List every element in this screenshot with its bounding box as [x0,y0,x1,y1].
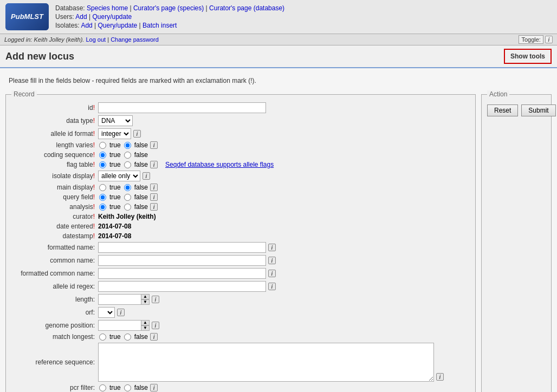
pcr-filter-false-radio[interactable] [124,384,131,391]
action-legend: Action [487,90,509,98]
query-field-false-radio[interactable] [124,194,131,201]
formatted-common-name-label: formatted common name: [11,270,98,277]
isolates-add-link[interactable]: Add [81,22,92,29]
length-input[interactable] [98,294,141,305]
coding-sequence-control: true false [98,151,148,159]
main-display-row: main display! true false i [11,184,470,191]
data-type-row: data type! DNA peptide [11,115,470,126]
genome-position-decrement-button[interactable]: ▼ [141,325,150,331]
genome-position-info-icon[interactable]: i [152,322,159,329]
pubmlst-logo: PubMLST [5,3,49,30]
formatted-common-name-info-icon[interactable]: i [268,270,276,277]
isolates-query-link[interactable]: Query/update [98,22,138,29]
orf-select[interactable]: 1 2 3 [98,307,115,318]
users-query-link[interactable]: Query/update [93,13,132,21]
coding-sequence-false-radio[interactable] [124,152,131,159]
coding-sequence-true-radio[interactable] [99,152,106,159]
match-longest-row: match longest: true false i [11,333,470,341]
common-name-input[interactable] [98,255,266,266]
genome-position-increment-button[interactable]: ▲ [141,320,150,325]
toggle-info-icon[interactable]: i [545,36,553,43]
flag-table-true-radio[interactable] [99,161,106,168]
curators-page-database-link[interactable]: Curator's page (database) [209,4,284,12]
query-field-control: true false i [98,193,158,201]
genome-position-input[interactable] [98,320,141,331]
match-longest-true-label: true [109,333,121,341]
allele-id-regex-control: i [98,281,276,292]
date-entered-value: 2014-07-08 [98,223,131,230]
allele-id-regex-input[interactable] [98,281,266,292]
analysis-false-label: false [134,203,148,211]
main-content: Please fill in the fields below - requir… [0,68,557,392]
analysis-false-radio[interactable] [124,204,131,211]
analysis-label: analysis! [11,203,98,211]
common-name-row: common name: i [11,255,470,266]
isolates-batch-link[interactable]: Batch insert [143,22,177,29]
reference-sequence-textarea[interactable] [98,343,434,382]
match-longest-false-radio[interactable] [124,334,131,341]
flag-table-row: flag table! true false i Seqdef database… [11,161,470,168]
length-increment-button[interactable]: ▲ [141,294,150,299]
main-display-false-radio[interactable] [124,184,131,191]
species-home-link[interactable]: Species home [87,4,128,12]
show-tools-button[interactable]: Show tools [504,49,552,64]
analysis-info-icon[interactable]: i [150,203,158,211]
analysis-true-radio[interactable] [99,204,106,211]
allele-id-format-row: allele id format! integer text i [11,128,470,139]
length-varies-info-icon[interactable]: i [150,141,158,149]
logout-link[interactable]: Log out [86,36,106,43]
change-password-link[interactable]: Change password [111,36,159,43]
logo-text: PubMLST [11,12,43,21]
match-longest-true-radio[interactable] [99,334,106,341]
pcr-filter-true-radio[interactable] [99,384,106,391]
length-varies-true-label: true [109,141,121,149]
length-info-icon[interactable]: i [152,296,159,303]
date-entered-row: date entered! 2014-07-08 [11,223,470,230]
flag-table-info-icon[interactable]: i [150,161,158,168]
data-type-select[interactable]: DNA peptide [98,115,133,126]
query-field-info-icon[interactable]: i [150,193,158,201]
main-display-true-label: true [109,184,121,191]
pcr-filter-true-label: true [109,384,121,391]
length-varies-false-radio[interactable] [124,142,131,149]
length-control: ▲ ▼ i [98,294,159,305]
pcr-filter-false-label: false [134,384,148,391]
datestamp-label: datestamp! [11,232,98,240]
match-longest-info-icon[interactable]: i [150,333,158,341]
allele-id-format-info-icon[interactable]: i [133,130,141,138]
action-buttons: Reset Submit [487,104,546,116]
query-field-true-radio[interactable] [99,194,106,201]
curators-page-species-link[interactable]: Curator's page (species) [133,4,204,12]
isolates-nav: Isolates: Add | Query/update | Batch ins… [55,22,284,29]
id-input[interactable] [98,102,266,113]
allele-id-format-select[interactable]: integer text [98,128,131,139]
main-display-info-icon[interactable]: i [150,184,158,191]
allele-id-regex-info-icon[interactable]: i [268,283,276,290]
main-display-control: true false i [98,184,158,191]
formatted-name-info-icon[interactable]: i [268,244,276,251]
orf-info-icon[interactable]: i [117,309,125,316]
date-entered-label: date entered! [11,223,98,230]
reference-sequence-info-icon[interactable]: i [436,373,444,381]
query-field-row: query field! true false i [11,193,470,201]
main-display-true-radio[interactable] [99,184,106,191]
length-decrement-button[interactable]: ▼ [141,299,150,305]
flag-table-false-label: false [134,161,148,168]
length-varies-true-radio[interactable] [99,142,106,149]
isolate-display-select[interactable]: allele only sequence hide [98,171,140,181]
formatted-name-input[interactable] [98,242,266,253]
datestamp-value: 2014-07-08 [98,232,131,240]
flag-table-control: true false i Seqdef database supports al… [98,161,274,168]
users-add-link[interactable]: Add [75,13,87,21]
pcr-filter-info-icon[interactable]: i [150,384,158,391]
orf-row: orf: 1 2 3 i [11,307,470,318]
flag-table-false-radio[interactable] [124,161,131,168]
genome-position-spinner: ▲ ▼ [98,320,150,331]
isolate-display-info-icon[interactable]: i [143,172,150,180]
seqdef-link[interactable]: Seqdef database supports allele flags [165,161,274,168]
submit-button[interactable]: Submit [521,104,555,116]
common-name-info-icon[interactable]: i [268,257,276,264]
reset-button[interactable]: Reset [487,104,518,116]
formatted-name-control: i [98,242,276,253]
formatted-common-name-input[interactable] [98,268,266,279]
